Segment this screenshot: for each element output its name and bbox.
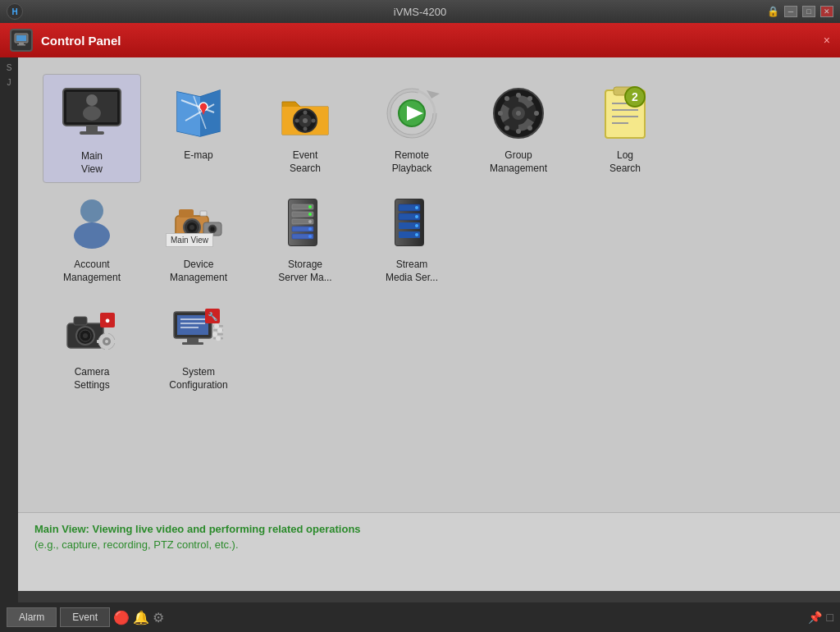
svg-point-24 (295, 119, 299, 123)
storage-server-label: StorageServer Ma... (278, 259, 331, 284)
svg-point-80 (415, 206, 418, 209)
svg-point-37 (498, 111, 503, 116)
stream-media-label: StreamMedia Ser... (386, 259, 438, 284)
svg-point-36 (534, 111, 539, 116)
svg-point-70 (308, 213, 312, 216)
cp-icon (10, 29, 33, 52)
app-title: iVMS-4200 (394, 6, 446, 18)
close-button[interactable]: ✕ (820, 6, 833, 17)
description-line2: (e.g., capture, recording, PTZ control, … (34, 538, 824, 551)
icon-row-1: Main View MainView (43, 74, 815, 183)
bell-icon-2[interactable]: 🔔 (133, 610, 149, 625)
window-controls[interactable]: 🔒 ─ □ ✕ (767, 6, 833, 17)
log-search-label: LogSearch (609, 149, 641, 175)
system-config-svg: 🔧 (169, 300, 228, 360)
svg-point-42 (516, 129, 521, 134)
svg-rect-101 (182, 342, 203, 345)
sidebar-icon-2: J (2, 76, 16, 89)
remote-playback-label: RemotePlayback (392, 149, 432, 175)
sidebar: S J (0, 57, 18, 616)
svg-text:2: 2 (632, 90, 638, 103)
svg-point-35 (516, 93, 521, 98)
remote-playback-icon-item[interactable]: RemotePlayback (363, 74, 461, 181)
svg-rect-88 (74, 317, 87, 325)
svg-point-71 (308, 220, 312, 223)
panel-close-button[interactable]: × (824, 34, 830, 47)
device-management-label: DeviceManagement (170, 259, 227, 284)
svg-rect-2 (19, 43, 24, 44)
group-management-label: GroupManagement (490, 149, 547, 175)
stream-media-icon-item[interactable]: StreamMedia Ser... (363, 183, 461, 291)
svg-point-22 (304, 111, 308, 115)
stream-media-icon-box (379, 190, 445, 255)
event-search-svg (276, 84, 335, 143)
alarm-button[interactable]: Alarm (7, 607, 57, 627)
svg-point-114 (216, 337, 221, 341)
svg-point-25 (312, 119, 316, 123)
account-management-icon-item[interactable]: AccountManagement (43, 183, 141, 291)
svg-rect-3 (17, 44, 25, 46)
svg-point-113 (212, 332, 217, 337)
svg-point-9 (86, 94, 98, 106)
camera-settings-icon-item[interactable]: ● CameraSettings (43, 291, 141, 398)
event-button[interactable]: Event (60, 607, 110, 627)
remote-playback-svg (382, 84, 441, 143)
system-config-icon-item[interactable]: 🔧 SystemConfiguration (149, 291, 248, 398)
log-search-svg: 2 (596, 84, 655, 143)
app-icon-area: H (7, 3, 23, 20)
svg-point-112 (217, 328, 222, 333)
group-management-svg (489, 84, 548, 143)
storage-server-svg (276, 193, 335, 252)
log-search-icon-item[interactable]: 2 LogSearch (576, 74, 674, 181)
lock-icon: 🔒 (767, 6, 779, 17)
svg-point-41 (527, 126, 532, 131)
emap-icon-item[interactable]: E-map (149, 74, 248, 169)
bottom-right-icon-2[interactable]: □ (827, 611, 833, 624)
control-panel-header: Control Panel × (0, 23, 840, 57)
svg-point-73 (308, 235, 312, 238)
main-view-icon-item[interactable]: Main View MainView (43, 74, 141, 183)
svg-point-23 (304, 127, 308, 131)
svg-rect-7 (86, 126, 98, 132)
emap-label: E-map (184, 149, 212, 163)
svg-point-87 (83, 333, 88, 338)
bell-icon-1[interactable]: 🔴 (113, 610, 130, 625)
camera-settings-svg: ● (62, 300, 121, 360)
storage-server-icon-item[interactable]: StorageServer Ma... (256, 183, 354, 291)
svg-rect-99 (177, 315, 208, 335)
event-search-icon-box (272, 80, 338, 146)
svg-rect-8 (80, 131, 104, 135)
svg-point-56 (189, 225, 194, 230)
svg-point-51 (80, 199, 103, 222)
svg-text:🔧: 🔧 (208, 311, 218, 322)
camera-settings-icon-box: ● (59, 297, 125, 363)
main-view-label: MainView (81, 150, 103, 176)
svg-point-83 (415, 233, 418, 236)
icon-row-2: AccountManagement (43, 183, 815, 291)
svg-rect-57 (179, 209, 194, 218)
main-view-icon-box: Main View (59, 81, 125, 147)
stream-media-svg (382, 193, 441, 252)
event-search-label: EventSearch (290, 149, 321, 175)
control-panel-title: Control Panel (41, 34, 121, 48)
bottom-right-icon-1[interactable]: 📌 (808, 611, 822, 624)
group-management-icon-item[interactable]: GroupManagement (469, 74, 568, 181)
bottom-right-icons: 📌 □ (808, 611, 833, 624)
event-search-icon-item[interactable]: EventSearch (256, 74, 354, 181)
minimize-button[interactable]: ─ (784, 6, 797, 17)
svg-point-82 (415, 224, 418, 227)
title-bar: H iVMS-4200 🔒 ─ □ ✕ (0, 0, 840, 23)
emap-svg (169, 84, 228, 143)
bottom-bar: Alarm Event 🔴 🔔 ⚙ 📌 □ (0, 602, 840, 632)
system-config-icon-box: 🔧 (166, 297, 231, 363)
svg-rect-1 (16, 35, 26, 41)
settings-icon[interactable]: ⚙ (153, 610, 164, 625)
account-management-icon-box (59, 190, 125, 255)
maximize-button[interactable]: □ (802, 6, 815, 17)
svg-point-40 (504, 126, 509, 131)
svg-point-81 (415, 215, 418, 218)
account-management-svg (62, 193, 121, 252)
svg-point-10 (83, 106, 101, 121)
group-management-icon-box (486, 80, 551, 146)
svg-text:●: ● (105, 315, 111, 325)
